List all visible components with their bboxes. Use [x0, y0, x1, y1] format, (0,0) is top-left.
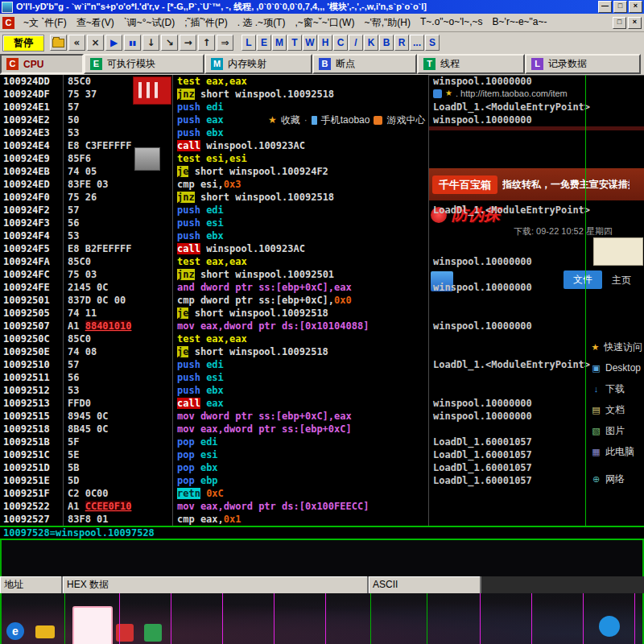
disasm-row[interactable]: 100924FC75 03jnz short winspool.10092501 [0, 268, 644, 281]
disasm-bytes: 5B [68, 461, 79, 474]
toolbar-window-button-M[interactable]: M [272, 35, 287, 51]
menu-item[interactable]: B~'r~-e~"a~- [488, 14, 552, 31]
disasm-row[interactable]: 1009251253push ebx [0, 384, 644, 397]
menubar: C ~文 ˋ件(F)查~看(V)ˋ调~°~试(D);˜插˜'件(P). 选 .~… [0, 14, 644, 32]
disasm-row[interactable]: 100924E4E8 C3FEFFFFcall winspool.100923A… [0, 139, 644, 152]
toolbar-open-folder-button[interactable] [50, 35, 67, 51]
menu-item[interactable]: ~'帮,"助(H) [359, 14, 415, 31]
tab-M[interactable]: M内存映射 [204, 54, 312, 74]
disasm-row[interactable]: 1009250E74 08je short winspool.10092518 [0, 345, 644, 358]
disasm-row[interactable]: 100925158945 0Cmov dword ptr ss:[ebp+0xC… [0, 410, 644, 423]
mdi-close-button[interactable]: × [628, 17, 642, 29]
toolbar-window-button-S[interactable]: S [425, 35, 440, 51]
disasm-row[interactable]: 100924E250push eaxwinspool.10000000 [0, 114, 644, 126]
disasm-address: 100924FA [3, 255, 50, 268]
maximize-button[interactable]: □ [613, 1, 627, 13]
tab-B[interactable]: B断点 [312, 54, 417, 74]
toolbar-window-button-E[interactable]: E [257, 35, 271, 51]
toolbar-window-button-L[interactable]: L [242, 35, 256, 51]
toolbar-step-into-button[interactable]: ↓ [142, 35, 159, 51]
toolbar-run-to-return-button[interactable]: ⇒ [217, 35, 233, 51]
toolbar-window-button-C[interactable]: C [333, 35, 348, 51]
tab-E[interactable]: E可执行模块 [84, 54, 204, 74]
disasm-instruction: jnz short winspool.10092518 [177, 88, 334, 101]
disasm-row[interactable]: 1009252783F8 01cmp eax,0x1 [0, 513, 644, 526]
disasm-comment: winspool.10000000 [433, 397, 532, 410]
toolbar-window-button-H[interactable]: H [318, 35, 332, 51]
disasm-row[interactable]: 100924F453push ebx [0, 229, 644, 242]
toolbar-window-button-W[interactable]: W [303, 35, 317, 51]
dump-column-line [583, 593, 584, 644]
disasm-row[interactable]: 1009251D5Bpop ebxLoadDl_1.60001057 [0, 461, 644, 474]
toolbar-window-button-...[interactable]: ... [410, 35, 424, 51]
menu-item[interactable]: . 选 .~项(T) [233, 14, 291, 31]
disasm-instruction: and dword ptr ss:[ebp+0xC],eax [177, 281, 352, 294]
dump-column-line [370, 593, 371, 644]
disasm-address: 10092515 [3, 410, 50, 423]
tab-L[interactable]: L记录数据 [525, 54, 641, 74]
disasm-row[interactable]: 100924FE2145 0Cand dword ptr ss:[ebp+0xC… [0, 281, 644, 294]
toolbar-window-button-B[interactable]: B [379, 35, 394, 51]
menu-item[interactable]: T~.o"~o~'l~,~s [415, 14, 488, 31]
disasm-row[interactable]: 100924F257push ediLoadDl_1.<ModuleEntryP… [0, 204, 644, 217]
tab-icon-M: M [211, 58, 223, 70]
dump-column-line [480, 593, 481, 644]
disasm-address: 10092522 [3, 500, 50, 513]
titlebar[interactable]: O'l'l-yD'b"g - `w`i"n"s+p'o'o*l.'d'r,v -… [0, 0, 644, 14]
dump-column-line [64, 593, 65, 644]
disasm-row[interactable]: 10092507A1 88401010mov eax,dword ptr ds:… [0, 320, 644, 332]
disasm-row[interactable]: 10092513FFD0call eaxwinspool.10000000 [0, 397, 644, 410]
toolbar-close-program-button[interactable]: × [87, 35, 104, 51]
disasm-row[interactable]: 100924EB74 05je short winspool.100924F2 [0, 165, 644, 178]
toolbar-window-button-/[interactable]: / [349, 35, 363, 51]
toolbar-window-button-K[interactable]: K [364, 35, 378, 51]
toolbar-run-button[interactable]: ▶ [105, 35, 122, 51]
disasm-row[interactable]: 100924F075 26jnz short winspool.10092518 [0, 191, 644, 204]
disasm-row[interactable]: 100924FA85C0test eax,eaxwinspool.1000000… [0, 255, 644, 268]
disasm-instruction: call winspool.100923AC [177, 139, 305, 152]
menu-item[interactable]: ,~窗~ˇ~'口(W) [290, 14, 359, 31]
disasm-row[interactable]: 100924E157push ediLoadDl_1.<ModuleEntryP… [0, 101, 644, 114]
disasm-row[interactable]: 1009251E5Dpop ebpLoadDl_1.60001057 [0, 474, 644, 487]
disasm-bytes: 2145 0C [68, 281, 109, 294]
toolbar-step-over-button[interactable]: ↘ [161, 35, 178, 51]
toolbar-restart-button[interactable]: « [68, 35, 85, 51]
minimize-button[interactable]: — [598, 1, 612, 13]
menu-item[interactable]: ~文 ˋ件(F) [19, 14, 72, 31]
disasm-row[interactable]: 100924E353push ebx [0, 126, 644, 139]
mdi-restore-button[interactable]: □ [613, 17, 626, 29]
menu-item[interactable]: ;˜插˜'件(P) [180, 14, 233, 31]
disasm-row[interactable]: 100924E985F6test esi,esi [0, 152, 644, 165]
disasm-row[interactable]: 1009251FC2 0C00retn 0xC [0, 487, 644, 500]
disasm-row[interactable]: 10092501837D 0C 00cmp dword ptr ss:[ebp+… [0, 294, 644, 307]
disasm-row[interactable]: 1009251156push esi [0, 371, 644, 384]
toolbar-pause-button[interactable]: ▮▮ [124, 35, 141, 51]
toolbar-window-button-R[interactable]: R [394, 35, 409, 51]
disasm-row[interactable]: 1009251B5Fpop ediLoadDl_1.60001057 [0, 436, 644, 448]
cpu-window-icon: C [2, 17, 14, 29]
toolbar-animate-into-button[interactable]: → [180, 35, 196, 51]
disasm-row[interactable]: 100924F5E8 B2FEFFFFcall winspool.100923A… [0, 242, 644, 255]
tab-C[interactable]: CCPU [0, 54, 84, 74]
disassembly-pane: ★ . http://item.taobao.com/item ★ 收藏 · 手… [0, 75, 644, 526]
toolbar-window-button-T[interactable]: T [287, 35, 302, 51]
disasm-row[interactable]: 1009251C5Epop esiLoadDl_1.60001057 [0, 448, 644, 461]
disasm-row[interactable]: 100924F356push esi [0, 217, 644, 229]
disasm-row[interactable]: 100924DD85C0test eax,eaxwinspool.1000000… [0, 75, 644, 88]
disasm-row[interactable]: 100924DF75 37jnz short winspool.10092518 [0, 88, 644, 101]
menu-item[interactable]: 查~看(V) [72, 14, 119, 31]
disasm-row[interactable]: 1009251057push ediLoadDl_1.<ModuleEntryP… [0, 358, 644, 371]
tab-T[interactable]: T线程 [417, 54, 525, 74]
disasm-row[interactable]: 1009250574 11je short winspool.10092518 [0, 307, 644, 320]
disasm-bytes: 50 [68, 114, 79, 126]
disasm-bytes: 74 05 [68, 165, 97, 178]
disasm-instruction: mov eax,dword ptr ds:[0x100FEECC] [177, 500, 369, 513]
disasm-row[interactable]: 1009250C85C0test eax,eax [0, 332, 644, 345]
menu-item[interactable]: ˋ调~°~试(D) [119, 14, 180, 31]
disasm-row[interactable]: 10092522A1 CCEE0F10mov eax,dword ptr ds:… [0, 500, 644, 513]
close-button[interactable]: × [629, 1, 642, 13]
disasm-comment: winspool.10000000 [433, 410, 532, 423]
disasm-row[interactable]: 100925188B45 0Cmov eax,dword ptr ss:[ebp… [0, 423, 644, 436]
toolbar-animate-over-button[interactable]: ↑ [198, 35, 215, 51]
disasm-row[interactable]: 100924ED83FE 03cmp esi,0x3 [0, 178, 644, 191]
